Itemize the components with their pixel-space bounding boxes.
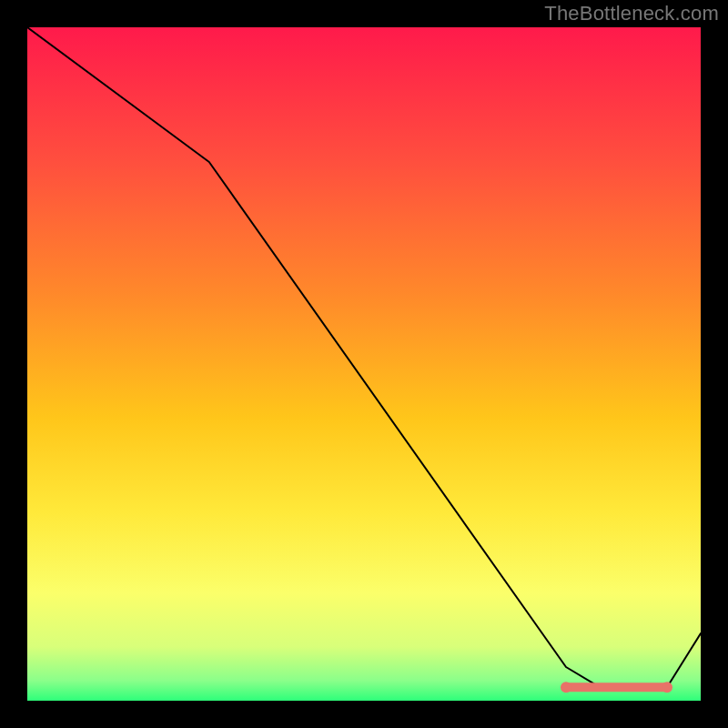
plot-area [27,27,701,701]
chart-frame: TheBottleneck.com [0,0,728,728]
highlight-dot-left [561,682,571,693]
chart-svg [27,27,701,701]
highlight-dot-right [662,682,672,693]
background-rect [27,27,701,701]
watermark-text: TheBottleneck.com [544,2,719,25]
